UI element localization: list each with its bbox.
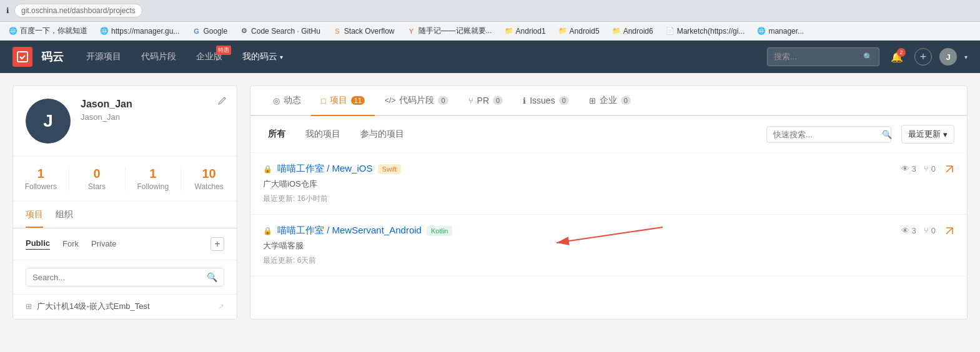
svg-rect-0 (17, 52, 27, 62)
tab-organizations[interactable]: 组织 (56, 209, 73, 228)
bookmark-github[interactable]: ⚙ Code Search · GitHu (237, 26, 323, 37)
lock-icon: 🔒 (263, 165, 272, 174)
add-button[interactable]: + (914, 48, 932, 66)
project-title-mew-ios: 🔒 喵喵工作室 / Mew_iOS Swift (263, 163, 954, 175)
bookmark-icon: 🌐 (9, 27, 17, 36)
view-my-projects[interactable]: 我的项目 (300, 126, 345, 142)
search-icon: 🔍 (863, 52, 873, 61)
search-placeholder: 搜索... (774, 51, 797, 62)
nav-enterprise[interactable]: 企业版 特惠 (186, 41, 232, 73)
bookmark-label: Marketch(https://gi... (677, 27, 745, 36)
stat-watches[interactable]: 10 Watches (181, 167, 237, 191)
repo-search-icon: 🔍 (882, 130, 892, 139)
folder-icon: 📁 (558, 27, 567, 36)
bookmark-label: Android6 (623, 27, 653, 36)
project-action-icon-2[interactable] (944, 226, 954, 238)
nav-my-gitee[interactable]: 我的码云 ▾ (232, 41, 293, 73)
user-avatar[interactable]: J (939, 48, 957, 66)
bookmark-label: Stack Overflow (344, 27, 395, 36)
repos-count: 11 (351, 96, 365, 105)
nav-open-source[interactable]: 开源项目 (76, 41, 131, 73)
filter-private[interactable]: Private (91, 239, 116, 250)
logo-svg (16, 50, 29, 64)
edit-profile-icon[interactable] (218, 96, 227, 107)
followers-label: Followers (13, 182, 69, 191)
add-repo-button[interactable]: + (210, 237, 224, 251)
stat-followers[interactable]: 1 Followers (13, 167, 69, 191)
browser-bar: ℹ git.oschina.net/dashboard/projects (0, 0, 980, 22)
bookmark-icon: 🌐 (100, 27, 109, 36)
pr-icon: ⑂ (468, 96, 473, 105)
google-icon: G (192, 27, 200, 36)
bookmark-label: 百度一下，你就知道 (20, 26, 87, 36)
url-text: git.oschina.net/dashboard/projects (21, 6, 136, 15)
bookmark-google[interactable]: G Google (189, 26, 230, 37)
sidebar-search-input[interactable] (32, 273, 202, 282)
folder-icon: 📁 (505, 27, 513, 36)
tab-snippets[interactable]: </> 代码片段 0 (375, 86, 458, 116)
fork-stat: ⑂ 0 (924, 226, 936, 235)
filter-fork[interactable]: Fork (62, 239, 79, 250)
bookmark-manager[interactable]: 🌐 https://manager.gu... (97, 26, 182, 37)
project-card-mewservant: 🔒 喵喵工作室 / MewServant_Android Kotlin (250, 215, 967, 276)
sidebar-repo-item[interactable]: ⊞ 广大计机14级-嵌入式Emb_Test ↗ (13, 295, 237, 319)
tab-projects[interactable]: 项目 (26, 209, 43, 228)
repo-controls: 所有 我的项目 参与的项目 🔍 最近更新 ▾ (250, 116, 967, 153)
bookmark-manager2[interactable]: 🌐 manager... (755, 26, 806, 37)
project-link-mewservant[interactable]: 喵喵工作室 / MewServant_Android (277, 225, 422, 237)
repo-search-input[interactable] (773, 130, 878, 139)
project-action-icon[interactable] (944, 164, 954, 177)
bookmark-marketch[interactable]: 📄 Marketch(https://gi... (663, 26, 748, 37)
view-all[interactable]: 所有 (263, 126, 290, 142)
folder-icon: 📁 (612, 27, 621, 36)
bookmark-baidu[interactable]: 🌐 百度一下，你就知道 (6, 24, 90, 37)
bookmark-android6[interactable]: 📁 Android6 (610, 26, 656, 37)
search-icon: 🔍 (207, 272, 217, 282)
tab-pr[interactable]: ⑂ PR 0 (458, 87, 513, 115)
following-count: 1 (126, 167, 181, 181)
project-meta-mew-ios: 最近更新: 16小时前 (263, 193, 954, 204)
snippet-icon: </> (385, 96, 395, 105)
nav-items: 开源项目 代码片段 企业版 特惠 我的码云 ▾ (76, 41, 767, 73)
sidebar-search-wrap: 🔍 (13, 260, 237, 295)
global-search[interactable]: 搜索... 🔍 (767, 47, 879, 66)
stat-stars[interactable]: 0 Stars (69, 167, 126, 191)
repo-grid-icon: ⊞ (26, 302, 32, 311)
project-stats-mewservant: 👁 3 ⑂ 0 (901, 226, 936, 235)
top-navigation: 码云 开源项目 代码片段 企业版 特惠 我的码云 ▾ 搜索... 🔍 🔔 2 +… (0, 41, 980, 73)
bookmark-android5[interactable]: 📁 Android5 (556, 26, 602, 37)
pr-count: 0 (493, 96, 503, 105)
eye-icon: 👁 (901, 164, 909, 174)
bookmark-android1[interactable]: 📁 Andriod1 (502, 26, 548, 37)
tab-issues[interactable]: ℹ Issues 0 (513, 87, 579, 115)
stat-following[interactable]: 1 Following (126, 167, 182, 191)
repo-filter: Public Fork Private + (13, 228, 237, 260)
tab-activity[interactable]: ◎ 动态 (263, 86, 311, 116)
project-link-mew-ios[interactable]: 喵喵工作室 / Mew_iOS (277, 163, 373, 175)
view-participated[interactable]: 参与的项目 (355, 126, 409, 142)
sidebar-search: 🔍 (26, 268, 224, 286)
bookmark-suishouji[interactable]: Y 随手记——记账就要... (405, 24, 495, 37)
profile-avatar: J (26, 99, 71, 144)
url-bar[interactable]: git.oschina.net/dashboard/projects (14, 4, 142, 17)
repo-link-icon: ↗ (218, 302, 224, 311)
enterprise-tab-icon: ⊞ (589, 96, 596, 105)
sort-button[interactable]: 最近更新 ▾ (901, 125, 954, 144)
sort-label: 最近更新 (908, 129, 941, 140)
dropdown-arrow: ▾ (280, 54, 283, 61)
bookmark-stackoverflow[interactable]: S Stack Overflow (330, 26, 397, 37)
filter-public[interactable]: Public (26, 238, 50, 250)
tab-repos[interactable]: □ 项目 11 (311, 86, 375, 116)
bookmark-icon: Y (407, 27, 416, 36)
nav-code-snippets[interactable]: 代码片段 (131, 41, 186, 73)
bookmark-label: https://manager.gu... (111, 27, 179, 36)
bookmark-label: 随手记——记账就要... (418, 26, 492, 36)
stackoverflow-icon: S (333, 27, 342, 36)
doc-icon: 📄 (666, 27, 675, 36)
followers-count: 1 (13, 167, 69, 181)
logo[interactable]: 码云 (12, 47, 64, 67)
tab-enterprise[interactable]: ⊞ 企业 0 (579, 86, 641, 116)
fork-count: 0 (931, 226, 936, 235)
notification-bell[interactable]: 🔔 2 (887, 47, 907, 67)
project-card-mew-ios: 🔒 喵喵工作室 / Mew_iOS Swift 广大喵iOS仓库 最近更新: 1… (250, 153, 967, 215)
